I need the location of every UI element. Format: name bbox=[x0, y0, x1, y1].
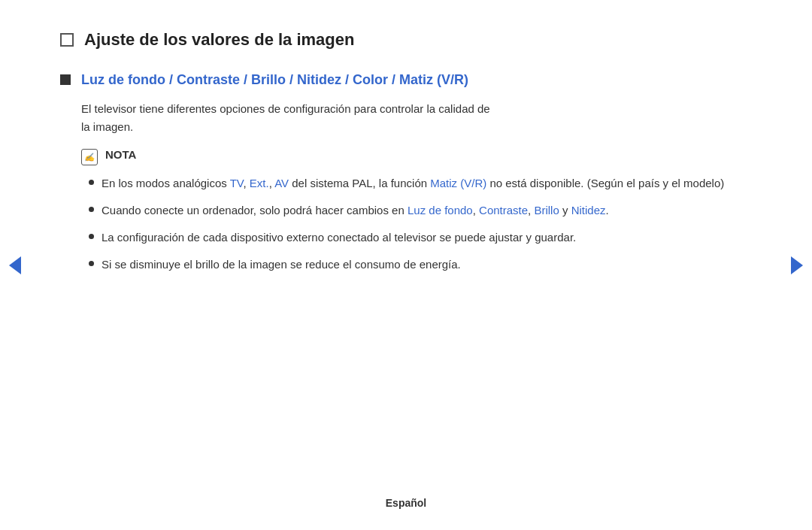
bullet-dot-icon bbox=[89, 180, 94, 185]
list-item: Si se disminuye el brillo de la imagen s… bbox=[89, 256, 752, 274]
link-tv[interactable]: TV bbox=[230, 177, 244, 189]
footer-language: Español bbox=[386, 497, 426, 509]
note-box: ✍ NOTA bbox=[81, 148, 752, 165]
bullet-list: En los modos analógicos TV, Ext., AV del… bbox=[89, 174, 752, 274]
page-container: Ajuste de los valores de la imagen Luz d… bbox=[0, 0, 812, 530]
bullet1-text: En los modos analógicos TV, Ext., AV del… bbox=[102, 174, 724, 192]
list-item: La configuración de cada dispositivo ext… bbox=[89, 229, 752, 247]
bullet-dot-icon bbox=[89, 207, 94, 212]
note-icon: ✍ bbox=[81, 149, 98, 165]
nav-arrow-left[interactable] bbox=[9, 256, 21, 274]
note-label: NOTA bbox=[105, 148, 136, 161]
section-block: Luz de fondo / Contraste / Brillo / Niti… bbox=[60, 71, 752, 89]
list-item: En los modos analógicos TV, Ext., AV del… bbox=[89, 174, 752, 192]
section-bullet-icon bbox=[60, 74, 71, 85]
bullet2-text: Cuando conecte un ordenador, solo podrá … bbox=[102, 201, 609, 220]
bullet-dot-icon bbox=[89, 234, 94, 239]
section-description: El televisor tiene diferentes opciones d… bbox=[81, 100, 752, 136]
bullet-dot-icon bbox=[89, 261, 94, 266]
page-title: Ajuste de los valores de la imagen bbox=[84, 30, 354, 50]
link-ext[interactable]: Ext. bbox=[250, 177, 269, 189]
link-av[interactable]: AV bbox=[274, 177, 289, 189]
link-brillo[interactable]: Brillo bbox=[534, 204, 559, 217]
link-contraste[interactable]: Contraste bbox=[479, 204, 528, 217]
section-heading: Luz de fondo / Contraste / Brillo / Niti… bbox=[81, 71, 468, 89]
section-body: El televisor tiene diferentes opciones d… bbox=[81, 100, 752, 274]
page-title-block: Ajuste de los valores de la imagen bbox=[60, 30, 752, 50]
bullet3-text: La configuración de cada dispositivo ext… bbox=[102, 229, 576, 247]
list-item: Cuando conecte un ordenador, solo podrá … bbox=[89, 201, 752, 220]
title-checkbox-icon bbox=[60, 33, 74, 47]
nav-arrow-right[interactable] bbox=[791, 256, 803, 274]
bullet4-text: Si se disminuye el brillo de la imagen s… bbox=[102, 256, 461, 274]
section-content: Luz de fondo / Contraste / Brillo / Niti… bbox=[81, 71, 468, 89]
link-luzdefondo[interactable]: Luz de fondo bbox=[408, 204, 473, 217]
link-matiz[interactable]: Matiz (V/R) bbox=[430, 177, 486, 189]
link-nitidez[interactable]: Nitidez bbox=[571, 204, 606, 217]
